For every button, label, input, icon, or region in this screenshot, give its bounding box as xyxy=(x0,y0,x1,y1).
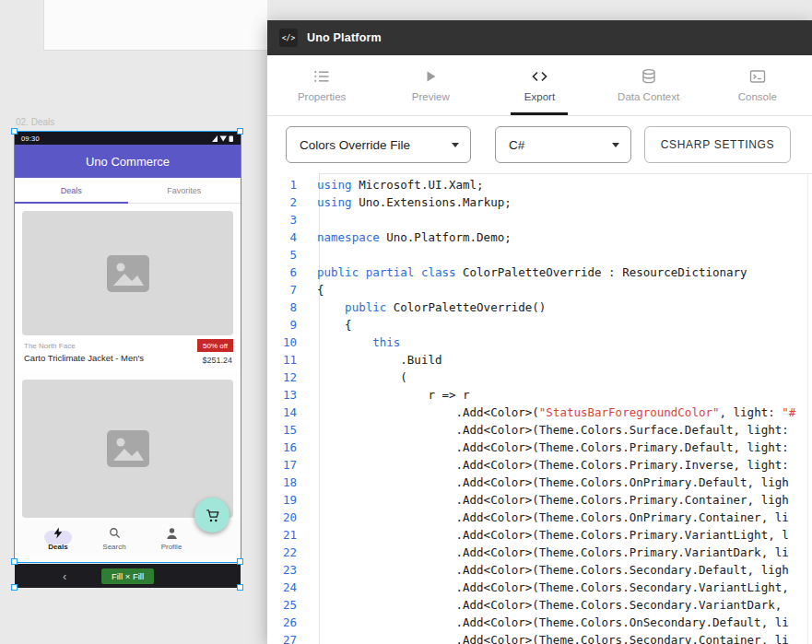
list-icon xyxy=(313,68,330,85)
selection-handle[interactable] xyxy=(237,584,243,591)
selection-handle[interactable] xyxy=(11,558,18,565)
product-info-row: The North Face Carto Triclimate Jacket -… xyxy=(15,335,241,372)
chevron-left-icon[interactable]: ‹ xyxy=(63,570,66,582)
active-tab-indicator xyxy=(511,112,568,115)
fill-size-badge[interactable]: Fill × Fill xyxy=(101,568,154,584)
selection-handle[interactable] xyxy=(11,128,18,135)
selection-handle[interactable] xyxy=(237,558,243,565)
console-icon xyxy=(749,68,766,85)
product-brand: The North Face xyxy=(24,342,76,350)
nav-item-profile[interactable]: Profile xyxy=(144,521,199,556)
phone-frame[interactable]: 09:30 Uno Commerce Deals Favorites xyxy=(15,132,241,562)
code-line: 21 .Add<Color>(Theme.Colors.Primary.Vari… xyxy=(267,526,812,544)
code-line: 10 this xyxy=(267,334,812,351)
code-line: 19 .Add<Color>(Theme.Colors.Primary.Cont… xyxy=(267,491,812,509)
cart-icon xyxy=(206,509,219,522)
code-line: 5 xyxy=(267,246,812,263)
code-lines: 1using Microsoft.UI.Xaml;2using Uno.Exte… xyxy=(267,176,812,644)
discount-badge: 50% off xyxy=(197,339,233,352)
export-controls: Colors Override File C# CSHARP SETTINGS xyxy=(267,116,812,173)
tab-console[interactable]: Console xyxy=(703,55,812,115)
app-bar: Uno Commerce xyxy=(15,145,241,178)
code-line: 27 .Add<Color>(Theme.Colors.Secondary.Co… xyxy=(267,631,812,644)
status-time: 09:30 xyxy=(21,135,40,143)
language-value: C# xyxy=(509,138,524,152)
frame-toolbar: ‹ Fill × Fill xyxy=(15,564,241,588)
phone-content: The North Face Carto Triclimate Jacket -… xyxy=(15,204,241,562)
product-name: Carto Triclimate Jacket - Men's xyxy=(24,353,144,363)
code-line: 22 .Add<Color>(Theme.Colors.Primary.Vari… xyxy=(267,544,812,561)
csharp-settings-button[interactable]: CSHARP SETTINGS xyxy=(644,126,791,163)
uno-platform-panel: </> Uno Platform Properties Preview xyxy=(267,20,812,644)
tab-properties[interactable]: Properties xyxy=(267,55,376,115)
app-tab-bar: Deals Favorites xyxy=(15,178,241,204)
nav-label-profile: Profile xyxy=(161,543,182,551)
tab-deals[interactable]: Deals xyxy=(15,178,128,203)
code-line: 13 r => r xyxy=(267,386,812,404)
image-icon xyxy=(107,255,149,292)
tab-deals-label: Deals xyxy=(61,186,82,195)
tab-data-context-label: Data Context xyxy=(618,91,679,102)
code-line: 7{ xyxy=(267,281,812,299)
code-top-divider xyxy=(319,173,812,174)
code-line: 25 .Add<Color>(Theme.Colors.Secondary.Va… xyxy=(267,596,812,614)
code-line: 17 .Add<Color>(Theme.Colors.Primary.Inve… xyxy=(267,456,812,474)
nav-item-deals[interactable]: Deals xyxy=(30,521,86,556)
status-bar: 09:30 xyxy=(15,132,241,145)
tab-preview[interactable]: Preview xyxy=(376,55,485,115)
frame-title[interactable]: 02. Deals xyxy=(16,117,54,127)
search-icon xyxy=(109,527,121,539)
code-line: 6public partial class ColorPaletteOverri… xyxy=(267,263,812,281)
play-icon xyxy=(422,68,439,85)
code-line: 3 xyxy=(267,211,812,228)
code-line: 20 .Add<Color>(Theme.Colors.OnPrimary.Co… xyxy=(267,509,812,526)
plugin-tab-bar: Properties Preview Export xyxy=(267,55,812,116)
export-file-value: Colors Override File xyxy=(300,138,410,152)
nav-label-search: Search xyxy=(102,543,125,551)
figma-canvas: 02. Deals 09:30 Uno Commerce Deals Favor… xyxy=(0,0,812,644)
chevron-down-icon xyxy=(452,143,459,147)
plugin-title: Uno Platform xyxy=(307,31,382,44)
tab-export-label: Export xyxy=(524,91,555,102)
selection-handle[interactable] xyxy=(11,584,18,591)
image-icon xyxy=(107,430,149,467)
code-line: 1using Microsoft.UI.Xaml; xyxy=(267,176,812,193)
status-icons xyxy=(210,135,234,143)
code-line: 8 public ColorPaletteOverride() xyxy=(267,299,812,316)
person-icon xyxy=(166,527,178,540)
export-file-dropdown[interactable]: Colors Override File xyxy=(286,126,471,163)
product-image-placeholder xyxy=(22,211,233,335)
plugin-header: </> Uno Platform xyxy=(267,20,812,55)
cart-fab[interactable] xyxy=(194,498,229,533)
code-line: 16 .Add<Color>(Theme.Colors.Primary.Defa… xyxy=(267,439,812,456)
lightning-icon xyxy=(53,526,64,540)
code-line: 15 .Add<Color>(Theme.Colors.Surface.Defa… xyxy=(267,421,812,439)
tab-properties-label: Properties xyxy=(298,91,346,102)
tab-preview-label: Preview xyxy=(412,91,450,102)
code-icon xyxy=(531,68,548,85)
code-line: 9 { xyxy=(267,316,812,334)
database-icon xyxy=(641,68,657,85)
tab-data-context[interactable]: Data Context xyxy=(594,55,703,115)
product-price: $251.24 xyxy=(202,356,232,365)
code-line: 2using Uno.Extensions.Markup; xyxy=(267,193,812,211)
tab-console-label: Console xyxy=(738,91,777,102)
code-line: 14 .Add<Color>("StatusBarForegroundColor… xyxy=(267,404,812,421)
language-dropdown[interactable]: C# xyxy=(495,126,631,163)
selection-handle[interactable] xyxy=(237,128,243,135)
app-title: Uno Commerce xyxy=(86,155,170,169)
code-line: 23 .Add<Color>(Theme.Colors.Secondary.De… xyxy=(267,561,812,579)
code-line: 11 .Build xyxy=(267,351,812,369)
adjacent-artboard xyxy=(43,0,267,51)
tab-favorites-label: Favorites xyxy=(167,186,201,195)
code-editor[interactable]: 1using Microsoft.UI.Xaml;2using Uno.Exte… xyxy=(267,173,812,644)
product-image-placeholder-2 xyxy=(22,380,233,518)
code-line: 12 ( xyxy=(267,369,812,386)
uno-logo-icon: </> xyxy=(279,29,298,47)
nav-item-search[interactable]: Search xyxy=(87,521,142,556)
chevron-down-icon xyxy=(612,143,619,147)
tab-favorites[interactable]: Favorites xyxy=(128,178,241,203)
tab-export[interactable]: Export xyxy=(485,55,594,115)
code-line: 24 .Add<Color>(Theme.Colors.Secondary.Va… xyxy=(267,579,812,596)
code-line: 26 .Add<Color>(Theme.Colors.OnSecondary.… xyxy=(267,614,812,631)
